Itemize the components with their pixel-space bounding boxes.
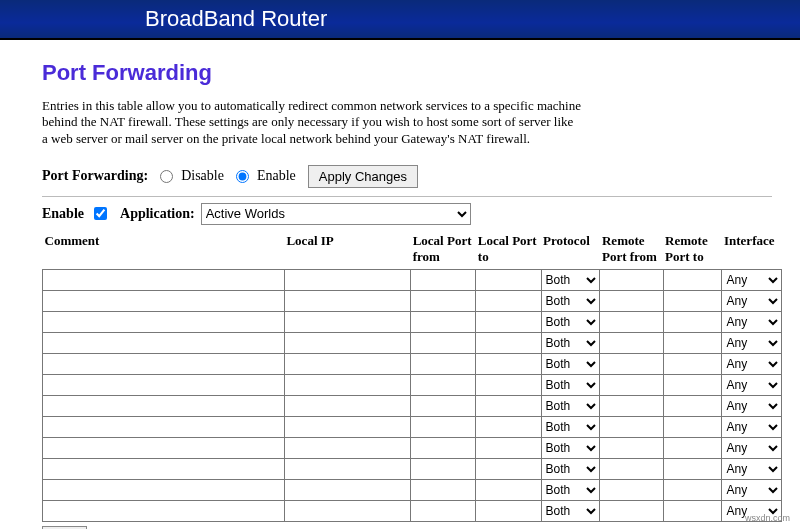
localport-from-input[interactable] [411, 397, 475, 415]
interface-select[interactable]: Any [722, 459, 781, 479]
localip-input[interactable] [285, 313, 410, 331]
remoteport-to-input[interactable] [664, 292, 722, 310]
remoteport-to-input[interactable] [664, 271, 722, 289]
pf-enable-radio[interactable] [236, 170, 249, 183]
localip-input[interactable] [285, 460, 410, 478]
interface-select[interactable]: Any [722, 270, 781, 290]
localport-to-input[interactable] [476, 271, 540, 289]
comment-input[interactable] [43, 418, 284, 436]
remoteport-to-input[interactable] [664, 460, 722, 478]
comment-input[interactable] [43, 271, 284, 289]
localport-to-input[interactable] [476, 376, 540, 394]
comment-input[interactable] [43, 460, 284, 478]
remoteport-from-input[interactable] [600, 460, 662, 478]
remoteport-to-input[interactable] [664, 418, 722, 436]
interface-select[interactable]: Any [722, 375, 781, 395]
protocol-select[interactable]: Both [542, 291, 600, 311]
application-select[interactable]: Active Worlds [201, 203, 471, 225]
remoteport-from-input[interactable] [600, 502, 662, 520]
interface-select[interactable]: Any [722, 417, 781, 437]
localport-from-input[interactable] [411, 418, 475, 436]
protocol-select[interactable]: Both [542, 417, 600, 437]
localport-from-input[interactable] [411, 355, 475, 373]
localport-to-input[interactable] [476, 397, 540, 415]
remoteport-to-input[interactable] [664, 397, 722, 415]
remoteport-from-input[interactable] [600, 334, 662, 352]
interface-select[interactable]: Any [722, 354, 781, 374]
localport-to-input[interactable] [476, 481, 540, 499]
enable-checkbox[interactable] [94, 207, 107, 220]
localip-input[interactable] [285, 355, 410, 373]
comment-input[interactable] [43, 355, 284, 373]
remoteport-from-input[interactable] [600, 292, 662, 310]
remoteport-to-input[interactable] [664, 502, 722, 520]
protocol-select[interactable]: Both [542, 438, 600, 458]
comment-input[interactable] [43, 334, 284, 352]
localport-from-input[interactable] [411, 292, 475, 310]
localport-from-input[interactable] [411, 502, 475, 520]
localip-input[interactable] [285, 271, 410, 289]
interface-select[interactable]: Any [722, 396, 781, 416]
remoteport-from-input[interactable] [600, 313, 662, 331]
comment-input[interactable] [43, 502, 284, 520]
localport-to-input[interactable] [476, 418, 540, 436]
localport-to-input[interactable] [476, 355, 540, 373]
comment-input[interactable] [43, 397, 284, 415]
localip-input[interactable] [285, 502, 410, 520]
comment-input[interactable] [43, 481, 284, 499]
apply-changes-button[interactable]: Apply Changes [308, 165, 418, 188]
pf-disable-radio[interactable] [160, 170, 173, 183]
localport-to-input[interactable] [476, 502, 540, 520]
localip-input[interactable] [285, 334, 410, 352]
protocol-select[interactable]: Both [542, 480, 600, 500]
protocol-select[interactable]: Both [542, 354, 600, 374]
protocol-select[interactable]: Both [542, 459, 600, 479]
localport-to-input[interactable] [476, 334, 540, 352]
localport-to-input[interactable] [476, 292, 540, 310]
localport-to-input[interactable] [476, 439, 540, 457]
protocol-select[interactable]: Both [542, 270, 600, 290]
localport-from-input[interactable] [411, 313, 475, 331]
comment-input[interactable] [43, 439, 284, 457]
remoteport-from-input[interactable] [600, 418, 662, 436]
interface-select[interactable]: Any [722, 438, 781, 458]
localport-to-input[interactable] [476, 460, 540, 478]
localip-input[interactable] [285, 376, 410, 394]
interface-select[interactable]: Any [722, 291, 781, 311]
protocol-select[interactable]: Both [542, 333, 600, 353]
localip-input[interactable] [285, 439, 410, 457]
localip-input[interactable] [285, 292, 410, 310]
remoteport-to-input[interactable] [664, 334, 722, 352]
comment-input[interactable] [43, 376, 284, 394]
localport-from-input[interactable] [411, 334, 475, 352]
protocol-select[interactable]: Both [542, 375, 600, 395]
localip-input[interactable] [285, 418, 410, 436]
protocol-select[interactable]: Both [542, 396, 600, 416]
remoteport-from-input[interactable] [600, 439, 662, 457]
localport-from-input[interactable] [411, 271, 475, 289]
protocol-select[interactable]: Both [542, 312, 600, 332]
localport-from-input[interactable] [411, 376, 475, 394]
localport-from-input[interactable] [411, 481, 475, 499]
remoteport-from-input[interactable] [600, 481, 662, 499]
remoteport-to-input[interactable] [664, 376, 722, 394]
remoteport-to-input[interactable] [664, 313, 722, 331]
remoteport-from-input[interactable] [600, 271, 662, 289]
localport-to-input[interactable] [476, 313, 540, 331]
localport-from-input[interactable] [411, 439, 475, 457]
protocol-select[interactable]: Both [542, 501, 600, 521]
interface-select[interactable]: Any [722, 480, 781, 500]
localip-input[interactable] [285, 397, 410, 415]
remoteport-to-input[interactable] [664, 481, 722, 499]
localip-input[interactable] [285, 481, 410, 499]
remoteport-from-input[interactable] [600, 397, 662, 415]
comment-input[interactable] [43, 292, 284, 310]
remoteport-from-input[interactable] [600, 376, 662, 394]
comment-input[interactable] [43, 313, 284, 331]
interface-select[interactable]: Any [722, 333, 781, 353]
localport-from-input[interactable] [411, 460, 475, 478]
remoteport-to-input[interactable] [664, 439, 722, 457]
remoteport-from-input[interactable] [600, 355, 662, 373]
interface-select[interactable]: Any [722, 312, 781, 332]
remoteport-to-input[interactable] [664, 355, 722, 373]
